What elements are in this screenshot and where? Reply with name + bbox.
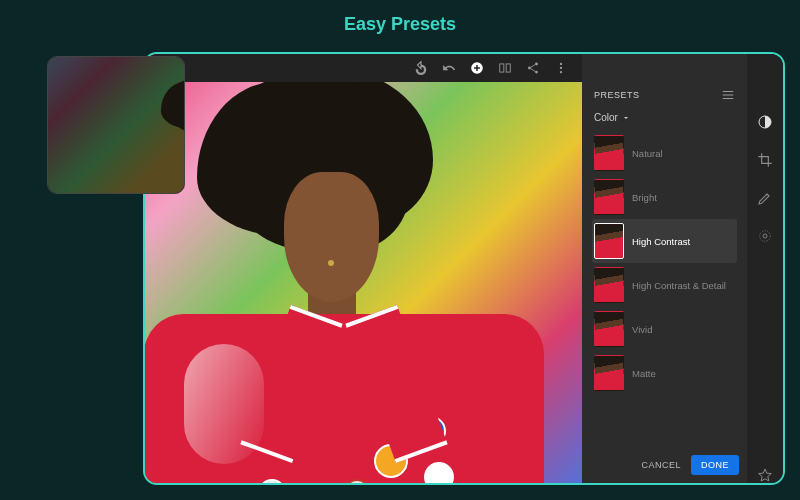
overflow-icon[interactable] [554, 61, 568, 75]
presets-tool-icon[interactable] [757, 114, 773, 130]
page-title: Easy Presets [0, 0, 800, 47]
panel-title: PRESETS [594, 90, 640, 100]
preset-label: High Contrast & Detail [632, 280, 726, 291]
compare-icon[interactable] [498, 61, 512, 75]
svg-point-8 [560, 71, 562, 73]
preset-thumbnail [594, 355, 624, 391]
svg-point-3 [535, 62, 538, 65]
preset-thumbnail [594, 179, 624, 215]
svg-point-7 [560, 67, 562, 69]
main-preview[interactable] [145, 54, 582, 483]
brush-tool-icon[interactable] [757, 190, 773, 206]
preset-thumbnail [594, 311, 624, 347]
dropdown-label: Color [594, 112, 618, 123]
tool-rail [747, 54, 783, 483]
back-icon[interactable] [414, 61, 428, 75]
svg-point-4 [528, 67, 531, 70]
preset-item[interactable]: Vivid [592, 307, 737, 351]
preset-thumbnail [594, 135, 624, 171]
preset-category-dropdown[interactable]: Color [582, 108, 747, 131]
add-icon[interactable] [470, 61, 484, 75]
panel-menu-icon[interactable] [721, 88, 735, 102]
preset-label: Natural [632, 148, 663, 159]
preset-label: Vivid [632, 324, 652, 335]
editor-window: PRESETS Color NaturalBrightHigh Contrast… [143, 52, 785, 485]
crop-tool-icon[interactable] [757, 152, 773, 168]
chevron-down-icon [622, 114, 630, 122]
presets-panel: PRESETS Color NaturalBrightHigh Contrast… [582, 54, 747, 483]
top-toolbar [145, 54, 582, 82]
preset-item[interactable]: High Contrast [592, 219, 737, 263]
preset-label: Bright [632, 192, 657, 203]
preset-item[interactable]: Natural [592, 131, 737, 175]
done-button[interactable]: DONE [691, 455, 739, 475]
svg-point-10 [760, 231, 771, 242]
preset-label: High Contrast [632, 236, 690, 247]
cancel-button[interactable]: CANCEL [631, 455, 691, 475]
share-icon[interactable] [526, 61, 540, 75]
preset-label: Matte [632, 368, 656, 379]
svg-rect-1 [500, 64, 504, 72]
svg-point-6 [560, 63, 562, 65]
favorite-icon[interactable] [757, 467, 773, 483]
svg-rect-2 [506, 64, 510, 72]
preset-item[interactable]: Matte [592, 351, 737, 395]
svg-point-11 [763, 234, 767, 238]
preset-item[interactable]: High Contrast & Detail [592, 263, 737, 307]
undo-icon[interactable] [442, 61, 456, 75]
adjust-tool-icon[interactable] [757, 228, 773, 244]
preset-list: NaturalBrightHigh ContrastHigh Contrast … [582, 131, 747, 449]
svg-point-5 [535, 71, 538, 74]
original-thumbnail [47, 56, 185, 194]
preset-thumbnail [594, 223, 624, 259]
preset-thumbnail [594, 267, 624, 303]
preset-item[interactable]: Bright [592, 175, 737, 219]
